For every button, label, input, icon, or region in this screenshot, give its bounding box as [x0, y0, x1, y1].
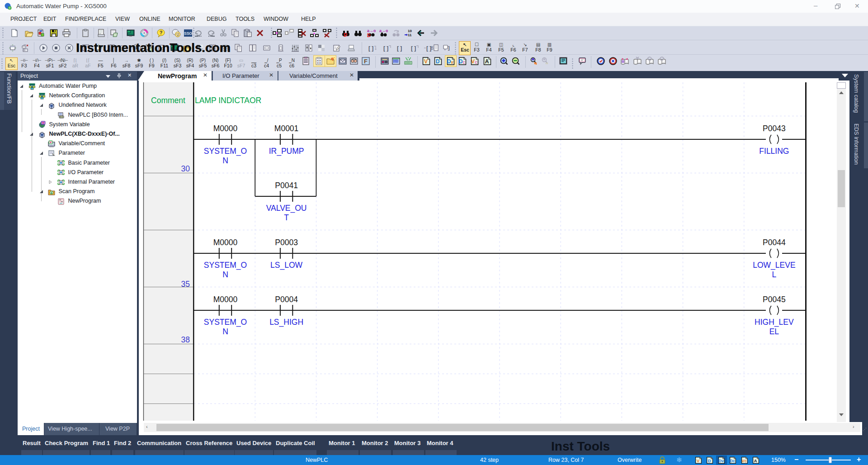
svg-text:[ ]: [ ]	[368, 45, 373, 52]
svg-text:LS_LOW: LS_LOW	[270, 261, 302, 270]
svg-text:A: A	[485, 58, 489, 65]
svg-text:30: 30	[181, 164, 190, 173]
svg-text:SYSTEM_O: SYSTEM_O	[204, 147, 247, 156]
svg-text:D: D	[367, 33, 370, 38]
svg-text:M0000: M0000	[213, 238, 238, 247]
svg-text:P0003: P0003	[275, 238, 298, 247]
svg-text:Dv: Dv	[718, 459, 724, 463]
svg-text:IR_PUMP: IR_PUMP	[269, 147, 304, 156]
svg-text:c: c	[475, 60, 477, 65]
svg-text:V: V	[424, 58, 428, 65]
svg-text:Comment: Comment	[151, 96, 185, 105]
svg-text:M0000: M0000	[213, 124, 238, 133]
svg-text:FILLING: FILLING	[759, 147, 789, 156]
svg-text:SYSTEM_O: SYSTEM_O	[204, 318, 247, 327]
svg-text:N: N	[222, 270, 228, 279]
svg-text:L: L	[772, 270, 777, 279]
svg-text:T: T	[284, 213, 289, 222]
svg-text:[ ]: [ ]	[411, 45, 416, 52]
svg-text:M0001: M0001	[274, 124, 299, 133]
svg-text:8: 8	[431, 46, 434, 51]
svg-text:M0000: M0000	[213, 295, 238, 304]
svg-text:a→o: a→o	[367, 28, 376, 33]
svg-text:[ ]: [ ]	[397, 45, 402, 52]
svg-text:N: N	[222, 327, 228, 336]
svg-text:?: ?	[160, 30, 163, 35]
svg-text:D: D	[344, 32, 347, 38]
svg-text:[ ]: [ ]	[383, 45, 388, 52]
svg-text:VALVE_OU: VALVE_OU	[266, 204, 307, 213]
svg-text:P0045: P0045	[763, 295, 786, 304]
svg-text:a→o: a→o	[379, 28, 388, 33]
svg-text:P0044: P0044	[763, 238, 786, 247]
svg-text:HIGH_LEV: HIGH_LEV	[755, 318, 794, 327]
svg-text:P0004: P0004	[275, 295, 298, 304]
svg-text:SYSTEM_O: SYSTEM_O	[204, 261, 247, 270]
svg-text:D: D	[708, 459, 711, 463]
svg-text:SSO: SSO	[184, 31, 192, 36]
svg-text:D: D	[436, 58, 440, 65]
svg-text:◄►: ◄►	[316, 62, 322, 64]
svg-text:P0043: P0043	[763, 124, 786, 133]
svg-text:A: A	[754, 459, 757, 463]
svg-text:LAMP INDICTAOR: LAMP INDICTAOR	[195, 96, 261, 105]
svg-text:]: ]	[448, 45, 450, 51]
svg-text:EL: EL	[769, 327, 779, 336]
svg-text:10: 10	[408, 29, 412, 33]
svg-text:11: 11	[408, 33, 412, 37]
svg-text:LOW_LEVE: LOW_LEVE	[753, 261, 795, 270]
svg-text:N: N	[222, 156, 228, 165]
svg-text:F: F	[364, 58, 368, 65]
svg-text:Vc: Vc	[741, 459, 746, 463]
svg-text:35: 35	[181, 280, 190, 289]
svg-text:V: V	[697, 459, 700, 463]
svg-text:38: 38	[181, 335, 190, 344]
svg-text:P0041: P0041	[275, 181, 298, 190]
svg-text:c: c	[462, 60, 465, 65]
svg-text:V: V	[471, 58, 475, 65]
svg-text:LS_HIGH: LS_HIGH	[269, 318, 303, 327]
svg-text:Dc: Dc	[730, 459, 735, 463]
svg-text:v: v	[451, 60, 453, 65]
